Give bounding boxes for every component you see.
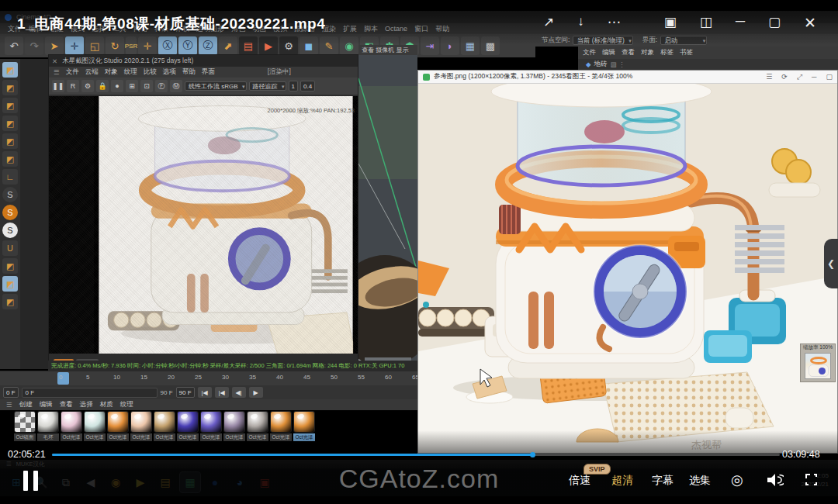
timeline-tick: 15 <box>140 374 147 381</box>
frame-track: 0 F <box>22 388 158 398</box>
timeline-tick: 40 <box>276 374 283 381</box>
more-icon[interactable]: ⋯ <box>608 14 621 32</box>
frame-end-spinner: 90 F <box>176 387 195 398</box>
progress-bar[interactable] <box>52 454 780 456</box>
speed-button[interactable]: 倍速 <box>569 474 590 488</box>
s-white-icon: S <box>2 223 18 238</box>
material-menu-item: 纹理 <box>120 400 133 409</box>
dock-icon[interactable]: ◫ <box>700 14 712 32</box>
viewer-menu-icon: ☰ <box>766 73 772 81</box>
pause-render-icon: ❚❚ <box>52 80 64 92</box>
material-menu-item: 选择 <box>80 400 93 409</box>
download-icon[interactable]: ↓ <box>577 14 584 32</box>
c4d-panel-gap <box>20 59 48 369</box>
video-surface[interactable]: Cinema 4D 文件编辑创建模式选择工具网格样条体积运动图形角色动画模拟跟踪… <box>0 0 838 504</box>
viewport-menubar: 查看 摄像机 显示 <box>358 45 417 55</box>
viewer-settings-icon: ⟳ <box>781 73 788 81</box>
miniwindow-icon[interactable]: ◎ <box>731 471 743 488</box>
chevron-left-icon: ❮ <box>827 258 835 269</box>
octane-titlebar: ✕ 木星截图汉化 Studio 2020.2.1 (275 days left) <box>49 55 358 67</box>
objmgr-menu-item: 文件 <box>583 48 596 57</box>
volume-icon[interactable] <box>767 473 784 490</box>
pip-icon[interactable]: ▣ <box>664 14 677 32</box>
material-ball-icon <box>154 411 175 433</box>
octane-colorspace-dropdown: 线性工作流 sRGB <box>185 81 247 91</box>
minimize-icon[interactable]: ─ <box>736 14 745 32</box>
canvas-info: 2000*2000 缩放:%40 PAN:192,53 <box>268 107 355 115</box>
s-orange-icon: S <box>2 205 18 220</box>
model-icon: ◩ <box>2 151 18 167</box>
image-viewer-app-icon <box>423 74 430 81</box>
c4d-object-manager: 文件编辑查看对象标签书签 ◆地砖▨ ⋮ ◆地板镂空▨ ⋮ <box>578 47 838 71</box>
timeline-tick: 20 <box>168 374 175 381</box>
prev-frame-button: ◀| <box>232 387 246 398</box>
objmgr-menu-item: 书签 <box>680 48 693 57</box>
octane-menu-item: 比较 <box>144 67 157 77</box>
timeline-tick: 50 <box>331 374 338 381</box>
focus-picker-icon: Ⓕ <box>155 80 168 92</box>
image-viewer-window: 参考图.png (1200×1200像素, 1.37MB) - 2345看图王 … <box>417 70 838 454</box>
timeline-tick: 55 <box>358 374 365 381</box>
quality-button[interactable]: 超清 <box>611 474 633 488</box>
timeline-tick: 0 <box>59 374 62 381</box>
material-menu-item: 编辑 <box>40 400 53 409</box>
octane-window-title: 木星截图汉化 Studio 2020.2.1 (275 days left) <box>62 57 193 66</box>
video-title: 1_电商44期-第08课-材质基础-20230221.mp4 <box>17 14 325 34</box>
object-row: ◆地砖▨ ⋮ <box>578 59 838 69</box>
play-button-c4d: ▶ <box>249 387 263 398</box>
octane-field-2: 0.4 <box>300 81 315 91</box>
grid-paren-icon: ◩ <box>2 294 18 309</box>
viewport-scene <box>358 55 417 371</box>
c4d-viewport: 查看 摄像机 显示 透视视图 <box>358 45 417 371</box>
point-cube-icon: ◩ <box>2 98 18 113</box>
material-ball-icon <box>247 411 268 433</box>
material-ball-icon <box>130 411 152 433</box>
viewer-close-icon: ▢ <box>826 73 833 81</box>
viewer-thumbnail <box>805 353 831 379</box>
objmgr-menu-item: 对象 <box>641 48 654 57</box>
close-icon[interactable]: ✕ <box>804 14 816 32</box>
c4d-left-toolbar: ◩◩◩◩◩◩∟SSSU◩◩◩ <box>0 59 20 369</box>
octane-menu-item: 纹理 <box>124 67 137 77</box>
timeline-tick: 60 <box>385 374 392 381</box>
reference-image: 杰视帮 <box>418 84 837 453</box>
material-ball-icon <box>223 411 245 433</box>
site-watermark: CGAtoZ.com <box>0 464 838 494</box>
material-ball-icon <box>84 411 106 433</box>
grid-lock-icon: ◩ <box>2 276 18 292</box>
goto-start-button: |◀ <box>198 387 212 398</box>
material-menu-item: 查看 <box>60 400 73 409</box>
playlist-side-tab[interactable]: ❮ <box>824 239 838 288</box>
player-top-actions: ↗↓⋯▣◫─▢✕ <box>543 14 816 32</box>
share-icon[interactable]: ↗ <box>543 14 554 32</box>
fullscreen-button[interactable] <box>805 474 817 485</box>
material-ball-icon <box>200 411 222 433</box>
current-time: 02:05:21 <box>8 449 46 460</box>
poly-cube-icon: ◩ <box>2 133 18 149</box>
restart-render-icon: R <box>67 80 79 92</box>
viewer-zoom-label: 缩放率 100% <box>801 344 835 351</box>
maximize-icon[interactable]: ▢ <box>768 14 781 32</box>
octane-toolbar: ❚❚R⚙🔒●⊞⊡ⒻⓂ线性工作流 sRGB路径追踪10.4 <box>49 78 358 95</box>
viewer-expand-icon: ⤢ <box>797 73 802 81</box>
kernel-gear-icon: ⚙ <box>81 80 94 92</box>
sphere-preview-icon: ● <box>111 80 123 92</box>
timeline-tick: 45 <box>303 374 310 381</box>
timeline-tick: 5 <box>86 374 89 381</box>
timeline-tick: 25 <box>195 374 202 381</box>
octane-render-canvas: 2000*2000 缩放:%40 PAN:192,53 <box>49 96 358 354</box>
material-ball-icon <box>61 411 82 433</box>
lock-resolution-icon: 🔒 <box>96 80 109 92</box>
s-gray-icon: S <box>2 187 18 202</box>
material-ball-icon <box>177 411 199 433</box>
octane-menu-item: 对象 <box>105 67 118 77</box>
objmgr-menubar: 文件编辑查看对象标签书签 <box>578 47 838 59</box>
octane-menu-item: 文件 <box>66 67 79 77</box>
episodes-button[interactable]: 选集 <box>689 474 711 488</box>
image-viewer-title: 参考图.png (1200×1200像素, 1.37MB) - 2345看图王 … <box>434 72 757 81</box>
timeline-tick: 30 <box>222 374 229 381</box>
octane-menu-item: 选项 <box>163 67 176 77</box>
subtitle-button[interactable]: 字幕 <box>652 474 674 488</box>
objmgr-menu-item: 标签 <box>660 48 674 57</box>
timeline-tick: 10 <box>113 374 120 381</box>
